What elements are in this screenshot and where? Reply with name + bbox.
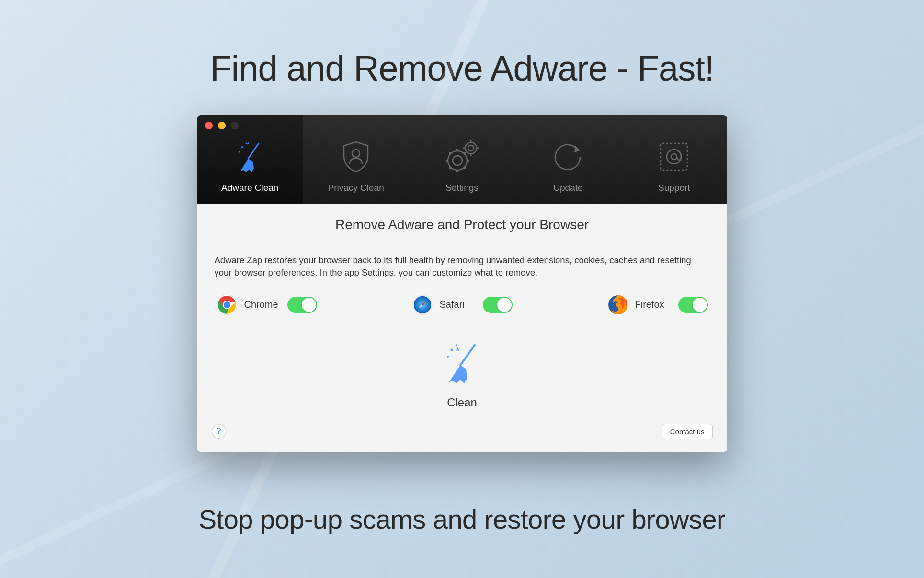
contact-us-button[interactable]: Contact us xyxy=(662,424,713,439)
tab-settings[interactable]: Settings xyxy=(409,115,515,204)
safari-icon xyxy=(412,294,433,315)
tab-privacy-clean[interactable]: Privacy Clean xyxy=(303,115,409,204)
svg-line-14 xyxy=(464,152,466,154)
svg-point-33 xyxy=(456,344,457,346)
firefox-icon xyxy=(607,294,628,315)
svg-line-31 xyxy=(460,345,475,365)
svg-point-1 xyxy=(241,146,243,148)
help-button[interactable]: ? xyxy=(212,424,226,439)
marketing-subtitle: Stop pop-up scams and restore your brows… xyxy=(0,504,924,535)
tab-update[interactable]: Update xyxy=(515,115,621,204)
gears-icon xyxy=(443,138,481,176)
tab-label: Privacy Clean xyxy=(328,183,384,193)
refresh-icon xyxy=(552,138,584,176)
svg-line-11 xyxy=(449,152,451,154)
svg-line-0 xyxy=(248,143,259,159)
zoom-window-button[interactable] xyxy=(231,122,239,129)
clean-label: Clean xyxy=(447,396,477,409)
browser-label: Firefox xyxy=(635,299,672,310)
browser-safari: Safari xyxy=(412,294,513,315)
stamp-at-icon xyxy=(658,138,690,176)
svg-point-16 xyxy=(465,142,477,154)
browser-firefox: Firefox xyxy=(607,294,708,315)
minimize-window-button[interactable] xyxy=(218,122,226,129)
svg-line-13 xyxy=(449,167,451,169)
svg-point-4 xyxy=(352,150,360,157)
tab-label: Adware Clean xyxy=(221,183,278,193)
svg-point-32 xyxy=(450,348,453,351)
firefox-toggle[interactable] xyxy=(678,297,708,313)
svg-point-15 xyxy=(468,145,474,151)
browser-label: Safari xyxy=(440,299,476,310)
clean-button[interactable]: Clean xyxy=(215,339,710,409)
toolbar: Adware Clean Privacy Clean xyxy=(197,115,727,204)
tab-label: Support xyxy=(658,183,690,193)
shield-user-icon xyxy=(340,138,372,176)
divider xyxy=(215,245,710,245)
svg-point-22 xyxy=(667,150,681,164)
content-description: Adware Zap restores your browser back to… xyxy=(215,254,710,279)
tab-support[interactable]: Support xyxy=(621,115,727,204)
svg-rect-21 xyxy=(661,143,687,170)
browser-label: Chrome xyxy=(244,299,281,310)
svg-point-26 xyxy=(224,301,230,308)
content-pane: Remove Adware and Protect your Browser A… xyxy=(197,204,727,452)
svg-point-5 xyxy=(453,156,462,165)
safari-toggle[interactable] xyxy=(483,297,513,313)
tab-label: Settings xyxy=(445,183,479,193)
svg-point-23 xyxy=(671,154,677,160)
chrome-icon xyxy=(217,294,238,315)
marketing-title: Find and Remove Adware - Fast! xyxy=(0,0,924,89)
browser-toggles-row: Chrome Safari xyxy=(215,294,710,315)
app-window: Adware Clean Privacy Clean xyxy=(197,115,727,452)
svg-point-34 xyxy=(447,356,449,358)
content-heading: Remove Adware and Protect your Browser xyxy=(215,217,710,232)
browser-chrome: Chrome xyxy=(217,294,317,315)
tab-label: Update xyxy=(553,183,582,193)
svg-point-2 xyxy=(245,143,247,144)
chrome-toggle[interactable] xyxy=(287,297,317,313)
broom-icon xyxy=(438,339,486,389)
window-controls xyxy=(205,122,239,129)
svg-line-12 xyxy=(464,167,466,169)
close-window-button[interactable] xyxy=(205,122,213,129)
broom-icon xyxy=(232,138,268,176)
svg-point-3 xyxy=(239,151,240,153)
